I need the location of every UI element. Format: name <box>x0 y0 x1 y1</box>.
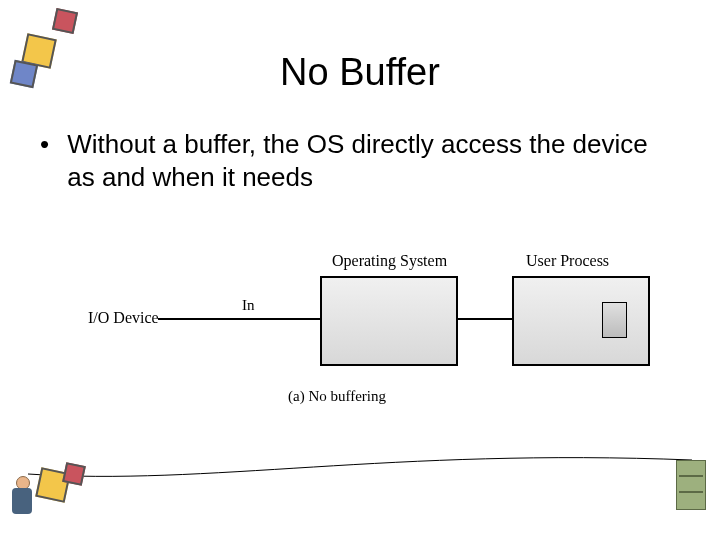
io-device-label: I/O Device <box>88 309 159 327</box>
diagram-caption: (a) No buffering <box>288 388 386 405</box>
in-label: In <box>242 297 255 314</box>
io-to-os-line <box>158 318 320 320</box>
bullet-marker: • <box>40 128 60 161</box>
decorative-curve-line <box>28 446 692 486</box>
no-buffer-diagram: Operating System User Process I/O Device… <box>88 252 648 412</box>
os-box <box>320 276 458 366</box>
server-rack-clipart-icon <box>668 454 714 516</box>
bullet-text: Without a buffer, the OS directly access… <box>67 128 667 193</box>
os-label: Operating System <box>332 252 447 270</box>
user-process-buffer-strip <box>602 302 627 338</box>
user-process-label: User Process <box>526 252 609 270</box>
slide-title: No Buffer <box>0 51 720 94</box>
person-with-cubes-clipart-icon <box>6 462 102 534</box>
bullet-item: • Without a buffer, the OS directly acce… <box>40 128 680 193</box>
user-process-box <box>512 276 650 366</box>
